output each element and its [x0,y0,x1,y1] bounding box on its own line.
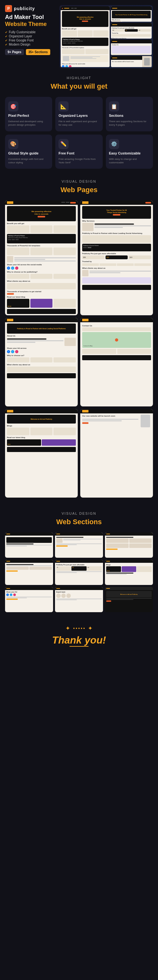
feature-card-title: Free Font [58,151,74,156]
decoration-dots [73,626,85,631]
logo-bar: P publicity [5,5,55,12]
feature-card-desc: Consistent design with font and colour s… [8,158,49,164]
feature-item: Free Google Font [5,38,55,42]
organized-layers-icon: 📐 [58,101,69,111]
web-sections-grid: Publicity Pro just got more affordable $… [0,532,158,619]
sections-icon: 📋 [109,101,119,111]
thankyou-section: ✦ ✦ Thank you! [0,619,158,656]
web-pages-title: Web Pages [5,186,153,194]
web-page-blog: Welcome to Ad tool Publicity Blogs Read … [5,409,78,498]
feature-card-title: Easy Customizable [109,151,141,156]
feature-card-organized-layers: 📐 Organized Layers File is well organise… [55,97,103,131]
feature-card-sections: 📋 Sections There are supporting Sections… [106,97,153,131]
thankyou-text: Thank you! [5,634,153,646]
pixel-perfect-icon: 🎯 [8,101,18,111]
easy-customize-icon: ⚙️ [109,139,119,149]
star-decoration-right: ✦ [88,625,93,632]
pages-badge: 9+ Pages [5,49,24,55]
ws-card-templates [5,560,53,585]
logo-name: publicity [14,6,35,11]
web-page-contact: Contact Us Contact Us Map [80,318,153,406]
ws-card-expert-team: Expert team [55,587,103,612]
ws-card-partner [105,532,153,558]
feature-card-pixel-perfect: 🎯 Pixel Perfect Delivered and developed … [5,97,52,131]
feature-card-desc: Free amazing Google Fonts from 'Noto Ser… [58,158,99,164]
badge-row: 9+ Pages 35+ Sections [5,49,55,55]
svg-point-1 [76,628,77,629]
ws-card-social-share: Share your Ad f t i [5,587,53,612]
svg-point-3 [81,628,82,629]
web-sections-title: Web Sections [0,518,158,526]
thankyou-decoration: ✦ ✦ [5,625,153,632]
svg-point-2 [78,628,80,629]
feature-item: Fully Customizable [5,30,55,34]
feature-card-title: Organized Layers [58,113,87,118]
highlight-label: Highlight [0,68,158,82]
feature-card-title: Sections [109,113,123,118]
mockup-left: We powering effective Ads in seconds Ben… [61,6,110,67]
mockup-right: Your Trusted Partner for All Things Soci… [111,6,152,67]
feature-card-free-font: ✏️ Free Font Free amazing Google Fonts f… [55,135,103,169]
logo-icon: P [5,5,12,12]
hero-mockup-area: We powering effective Ads in seconds Ben… [59,5,153,68]
feature-card-easy-customizable: ⚙️ Easy Customizable With easy to change… [106,135,153,169]
star-decoration-left: ✦ [65,625,70,632]
ws-card-why-services [55,532,103,558]
feature-cards-grid: 🎯 Pixel Perfect Delivered and developed … [0,97,158,172]
feature-card-desc: There are supporting Sections for every … [109,120,150,127]
ws-card-blogs: Blogs MEGA [105,560,153,585]
feature-card-style-guide: 🎨 Global Style guide Consistent design w… [5,135,52,169]
sections-badge: 35+ Sections [26,49,50,55]
feature-item: Organized Layer [5,34,55,38]
ws-card-hero [5,532,53,558]
header-title: Ad Maker Tool Website Theme [5,14,55,27]
free-font-icon: ✏️ [58,139,69,149]
web-page-homepage: We powering effective Ads in seconds Ben… [5,200,78,315]
hero-mockup: We powering effective Ads in seconds Ben… [59,5,153,68]
web-page-services: Your Trusted Partner for All Things Soci… [80,200,153,315]
web-pages-label: Visual Design [5,172,153,186]
thankyou-deco-line [70,646,88,647]
web-pages-section: Visual Design Web Pages We powering effe… [0,172,158,504]
feature-card-desc: With easy to change and customizable [109,158,150,164]
feature-card-title: Pixel Perfect [8,113,29,118]
svg-point-0 [73,628,74,629]
style-guide-icon: 🎨 [8,139,18,149]
web-page-about: Publicity is Proud to Partner with these… [5,318,78,406]
web-sections-label: Visual Design [0,504,158,518]
feature-item: Modern Design [5,42,55,46]
ws-card-welcome-dark: Welcome to Ad tool Publicity [105,587,153,612]
web-page-launch-soon: Our new website will be launch soon [80,409,153,498]
web-sections-section: Visual Design Web Sections [0,504,158,619]
header-left: P publicity Ad Maker Tool Website Theme … [5,5,55,55]
ws-card-pricing: Publicity Pro just got more affordable $… [55,560,103,585]
feature-card-desc: Delivered and developed using proven des… [8,120,49,127]
highlight-title: What you will get [0,82,158,91]
feature-card-desc: File is well organised and grouped for e… [58,120,99,127]
feature-card-title: Global Style guide [8,151,39,156]
svg-point-4 [84,628,85,629]
highlight-section: Highlight What you will get 🎯 Pixel Perf… [0,68,158,172]
header-section: P publicity Ad Maker Tool Website Theme … [0,0,158,68]
web-pages-grid: We powering effective Ads in seconds Ben… [5,200,153,498]
features-list: Fully Customizable Organized Layer Free … [5,30,55,46]
